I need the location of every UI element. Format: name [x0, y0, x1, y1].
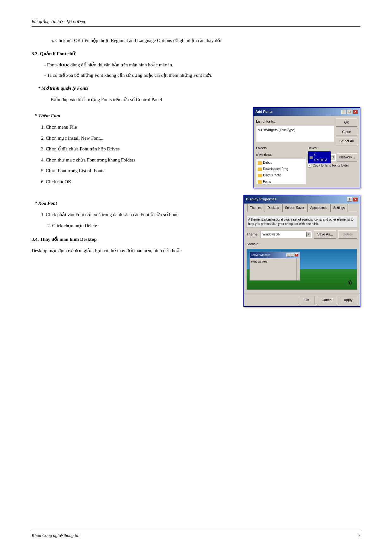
- xoa-font-text: * Xóa Font 1. Click phải vào Font cần xo…: [32, 195, 236, 259]
- select-all-button[interactable]: Select All: [336, 137, 357, 145]
- folder-item-label: Debug: [263, 160, 272, 166]
- close-button-add[interactable]: Close: [336, 128, 357, 136]
- dp-theme-select[interactable]: Windows XP ▼: [260, 231, 312, 238]
- maximize-button[interactable]: □: [347, 110, 352, 114]
- folder-icon-driver: [258, 174, 262, 177]
- them-item-2: 2. Chọn mục Install New Font...: [41, 134, 245, 143]
- drives-col: Drives: c: SYSTEM ▼: [308, 145, 357, 184]
- display-properties-titlebar: Display Properties ? ✕: [244, 195, 360, 204]
- add-fonts-titlebar-btns: _ □ ✕: [341, 110, 358, 114]
- dp-active-window-text: Window Text: [251, 260, 267, 263]
- add-fonts-title: Add Fonts: [255, 109, 273, 115]
- tab-desktop[interactable]: Desktop: [265, 204, 282, 212]
- network-button[interactable]: Network...: [337, 153, 357, 161]
- dp-ok-button[interactable]: OK: [299, 296, 315, 305]
- dp-aw-maximize[interactable]: □: [291, 253, 294, 257]
- subsection-them-heading: * Thêm Font: [35, 112, 245, 120]
- folder-item-fonts: Fonts: [257, 179, 305, 184]
- dp-active-window-btns: _ □ ✕: [286, 253, 298, 257]
- dp-close-button[interactable]: ✕: [353, 197, 358, 202]
- dropdown-arrow-icon[interactable]: ▼: [331, 155, 335, 160]
- ok-button[interactable]: OK: [336, 119, 357, 127]
- display-properties-dialog: Display Properties ? ✕ Themes Desktop Sc…: [243, 195, 360, 307]
- drives-selected: c: SYSTEM: [308, 151, 331, 163]
- minimize-button[interactable]: _: [341, 110, 346, 114]
- section34-desc: Desktop mặc định rất đơn giản, bạn có th…: [32, 246, 236, 255]
- dp-sample-label: Sample:: [247, 241, 357, 247]
- step5-paragraph: 5. Click nút OK trên hộp thoại Regional …: [32, 36, 360, 45]
- main-content: 5. Click nút OK trên hộp thoại Regional …: [32, 36, 360, 307]
- dp-theme-label: Theme:: [247, 231, 258, 238]
- them-list: 1. Chọn menu File 2. Chọn mục Install Ne…: [32, 123, 245, 186]
- dp-cancel-button[interactable]: Cancel: [317, 296, 337, 305]
- folder-item-downloaded: Downloaded Prog: [257, 166, 305, 172]
- subsection-xoa-heading: * Xóa Font: [35, 199, 236, 208]
- dp-help-button[interactable]: ?: [347, 197, 352, 202]
- dp-tabs-container: Themes Desktop Screen Saver Appearance S…: [244, 204, 360, 212]
- them-item-1: 1. Chọn menu File: [41, 123, 245, 132]
- them-item-6: 6. Click nút OK: [41, 177, 245, 186]
- dp-active-window-scrollbar[interactable]: [297, 258, 300, 280]
- header: Bài giảng Tin học đại cương: [32, 19, 360, 27]
- subsection-mo-heading: * Mở trình quản lý Fonts: [38, 84, 360, 93]
- display-properties-title: Display Properties: [246, 196, 277, 203]
- folder-item-label: Downloaded Prog: [263, 166, 288, 172]
- drives-network-row: c: SYSTEM ▼ Network...: [308, 153, 357, 161]
- folder-item-driver: Driver Cache: [257, 172, 305, 179]
- footer-page: 7: [358, 533, 360, 538]
- add-fonts-dialog: Add Fonts _ □ ✕ List of fonts:: [253, 107, 360, 188]
- hdd-icon: [309, 156, 313, 159]
- list-of-fonts-label: List of fonts:: [256, 119, 334, 125]
- drives-value: c: SYSTEM: [314, 152, 329, 163]
- drives-label: Drives:: [308, 145, 357, 151]
- them-item-5: 5. Chọn Font trong List of Fonts: [41, 166, 245, 175]
- close-button[interactable]: ✕: [353, 110, 358, 114]
- tab-appearance[interactable]: Appearance: [307, 204, 330, 212]
- dp-active-window: Active Window _ □ ✕ Window Text: [249, 252, 300, 281]
- dp-tabs: Themes Desktop Screen Saver Appearance S…: [246, 204, 358, 212]
- dp-sample-box: Active Window _ □ ✕ Window Text: [247, 249, 357, 290]
- copy-checkbox-row: ✓ Copy fonts to Fonts folder: [308, 163, 357, 168]
- dp-titlebar-btns: ? ✕: [347, 197, 358, 202]
- side-buttons: OK Close Select All: [336, 119, 357, 145]
- copy-checkbox[interactable]: ✓: [308, 164, 311, 167]
- dp-delete-button[interactable]: Delete: [338, 230, 357, 239]
- folder-list[interactable]: Debug Downloaded Prog Driver Cache: [256, 159, 306, 184]
- bullet2: - Ta có thể xóa bỏ những Font không cần …: [44, 71, 360, 80]
- fonts-listbox[interactable]: MTBWidgets (TrueType): [256, 126, 334, 142]
- section-33-heading: 3.3. Quản lí Font chữ: [32, 50, 360, 58]
- folder-icon-debug: [258, 161, 262, 165]
- xoa-item-2: 2. Click chọn mục Delete: [47, 221, 236, 230]
- xoa-font-section: * Xóa Font 1. Click phải vào Font cần xo…: [32, 195, 360, 307]
- tab-settings[interactable]: Settings: [330, 204, 347, 212]
- folder-icon-fonts: [258, 180, 262, 184]
- add-fonts-dialog-wrapper: Add Fonts _ □ ✕ List of fonts:: [253, 107, 360, 192]
- tab-screensaver[interactable]: Screen Saver: [282, 204, 307, 212]
- drives-select[interactable]: c: SYSTEM ▼: [308, 154, 336, 161]
- folders-label: Folders:: [256, 145, 306, 151]
- folder-item-label: Fonts: [263, 179, 271, 184]
- them-font-text: * Thêm Font 1. Chọn menu File 2. Chọn mụ…: [32, 107, 245, 188]
- them-item-4: 4. Chọn thư mục chứa Font trong khung Fo…: [41, 155, 245, 165]
- recycle-bin-icon: 🗑: [347, 279, 354, 286]
- dp-active-window-titlebar: Active Window _ □ ✕: [250, 252, 300, 258]
- dp-aw-close[interactable]: ✕: [295, 253, 298, 257]
- add-fonts-body: List of fonts: MTBWidgets (TrueType) OK …: [254, 116, 360, 188]
- header-text: Bài giảng Tin học đại cương: [32, 19, 85, 24]
- font-list-item: MTBWidgets (TrueType): [257, 127, 333, 134]
- folder-item-debug: Debug: [257, 160, 305, 166]
- dp-save-as-button[interactable]: Save As...: [314, 230, 336, 239]
- folders-col: Folders: c:\windows Debug Do: [256, 145, 306, 184]
- dp-apply-button[interactable]: Apply: [339, 296, 357, 305]
- folders-row: Folders: c:\windows Debug Do: [256, 145, 357, 184]
- dp-dropdown-arrow-icon[interactable]: ▼: [306, 232, 311, 237]
- dp-aw-minimize[interactable]: _: [286, 253, 290, 257]
- tab-themes[interactable]: Themes: [247, 204, 264, 212]
- fonts-list-row: List of fonts: MTBWidgets (TrueType) OK …: [256, 119, 357, 145]
- dp-body: A theme is a background plus a set of so…: [244, 214, 360, 294]
- dp-active-window-body: Window Text: [250, 258, 300, 280]
- add-fonts-titlebar: Add Fonts _ □ ✕: [254, 108, 360, 116]
- display-properties-dialog-wrapper: Display Properties ? ✕ Themes Desktop Sc…: [243, 195, 360, 307]
- them-item-3: 3. Chọn ổ đĩa chứa Font trên hộp Drives: [41, 144, 245, 154]
- fonts-list-section: List of fonts: MTBWidgets (TrueType): [256, 119, 334, 143]
